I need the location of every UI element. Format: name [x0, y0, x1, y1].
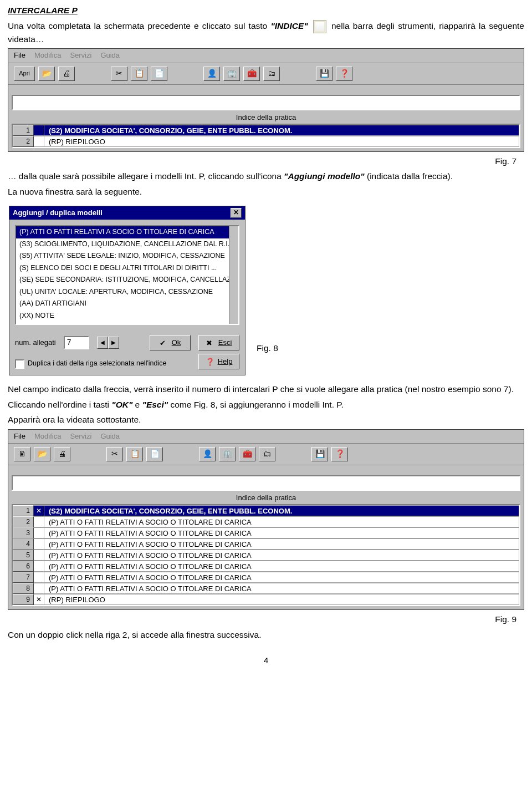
index-row[interactable]: 7(P) ATTI O FATTI RELATIVI A SOCIO O TIT… — [13, 572, 519, 583]
row-check — [34, 125, 44, 136]
list-item[interactable]: (SE) SEDE SECONDARIA: ISTITUZIONE, MODIF… — [16, 274, 238, 286]
index-row[interactable]: 9✕(RP) RIEPILOGO — [13, 594, 519, 605]
keyword-esci: "Esci" — [142, 400, 168, 409]
menu-file[interactable]: File — [14, 50, 25, 60]
toolbar-btn[interactable]: ❓ — [331, 447, 348, 461]
toolbar-btn[interactable]: 🗎 — [14, 447, 30, 461]
row-text: (S2) MODIFICA SOCIETA', CONSORZIO, GEIE,… — [44, 125, 519, 136]
help-button[interactable]: ❓Help — [198, 354, 239, 369]
figure-8-label: Fig. 8 — [257, 342, 278, 380]
row-check: ✕ — [34, 594, 44, 605]
text: Cliccando nell'ordine i tasti — [8, 400, 111, 409]
text: (indicata dalla freccia). — [365, 171, 453, 181]
apri-button[interactable]: Apri — [14, 67, 35, 81]
toolbar-btn[interactable]: 📂 — [34, 447, 50, 461]
toolbar-btn[interactable]: ✂ — [111, 67, 127, 81]
toolbar-btn[interactable]: 🗂 — [259, 447, 275, 461]
row-number: 2 — [13, 136, 34, 147]
row-check — [34, 561, 44, 572]
index-row[interactable]: 5(P) ATTI O FATTI RELATIVI A SOCIO O TIT… — [13, 550, 519, 561]
row-text: (S2) MODIFICA SOCIETA', CONSORZIO, GEIE,… — [44, 505, 519, 516]
row-text: (P) ATTI O FATTI RELATIVI A SOCIO O TITO… — [44, 516, 519, 527]
toolbar-btn[interactable]: 👤 — [203, 67, 220, 81]
paragraph: La nuova finestra sarà la seguente. — [8, 186, 524, 198]
text: come Fig. 8, si aggiungeranno i modelli … — [168, 400, 344, 409]
spin-up-icon[interactable]: ▶ — [108, 337, 119, 349]
breadcrumb-field — [12, 475, 520, 491]
keyword-ok: "OK" — [111, 400, 132, 409]
index-row[interactable]: 2 (RP) RIEPILOGO — [13, 136, 519, 147]
toolbar-btn[interactable]: 🏢 — [223, 67, 240, 81]
toolbar-btn[interactable]: 👤 — [199, 447, 216, 461]
num-allegati-spinner[interactable]: ◀ ▶ — [97, 337, 119, 349]
dialog-aggiungi-modelli: Aggiungi / duplica modelli ✕ (P) ATTI O … — [9, 206, 245, 375]
menu-guida[interactable]: Guida — [100, 431, 120, 441]
paragraph: Nel campo indicato dalla freccia, verrà … — [8, 383, 524, 395]
num-allegati-label: num. allegati — [15, 338, 56, 348]
toolbar-btn[interactable]: 📂 — [38, 67, 55, 81]
esci-button[interactable]: ✖Esci — [198, 335, 239, 350]
toolbar-btn[interactable]: 📄 — [146, 447, 163, 461]
index-list-2: 1✕(S2) MODIFICA SOCIETA', CONSORZIO, GEI… — [12, 504, 520, 606]
index-row[interactable]: 3(P) ATTI O FATTI RELATIVI A SOCIO O TIT… — [13, 527, 519, 538]
toolbar-btn[interactable]: 📋 — [126, 447, 143, 461]
menu-guida[interactable]: Guida — [100, 50, 120, 60]
toolbar-btn[interactable]: ✂ — [106, 447, 123, 461]
help-icon: ❓ — [206, 357, 214, 366]
list-item[interactable]: (S) ELENCO DEI SOCI E DEGLI ALTRI TITOLA… — [16, 262, 238, 275]
checkbox-icon[interactable] — [15, 359, 24, 369]
row-number: 4 — [13, 538, 34, 550]
figure-9-label: Fig. 9 — [8, 613, 516, 626]
list-item[interactable]: (UL) UNITA' LOCALE: APERTURA, MODIFICA, … — [16, 286, 238, 298]
index-row[interactable]: 6(P) ATTI O FATTI RELATIVI A SOCIO O TIT… — [13, 561, 519, 572]
row-check: ✕ — [34, 505, 44, 516]
index-row[interactable]: 2(P) ATTI O FATTI RELATIVI A SOCIO O TIT… — [13, 516, 519, 527]
index-row[interactable]: 1 (S2) MODIFICA SOCIETA', CONSORZIO, GEI… — [13, 125, 519, 136]
row-text: (P) ATTI O FATTI RELATIVI A SOCIO O TITO… — [44, 538, 519, 550]
toolbar-btn[interactable]: 🧰 — [239, 447, 255, 461]
menu-servizi[interactable]: Servizi — [70, 431, 91, 441]
close-icon[interactable]: ✕ — [231, 208, 242, 218]
toolbar-btn[interactable]: 📄 — [151, 67, 167, 81]
paragraph: Cliccando nell'ordine i tasti "OK" e "Es… — [8, 399, 524, 411]
row-check — [34, 583, 44, 594]
row-number: 5 — [13, 550, 34, 561]
row-number: 1 — [13, 505, 34, 516]
menu-modifica[interactable]: Modifica — [34, 50, 61, 60]
toolbar-btn[interactable]: 🖨 — [58, 67, 75, 81]
spin-down-icon[interactable]: ◀ — [97, 337, 108, 349]
toolbar-btn[interactable]: 📋 — [131, 67, 147, 81]
toolbar-btn[interactable]: ❓ — [336, 67, 352, 81]
toolbar-btn[interactable]: 💾 — [316, 67, 332, 81]
toolbar-btn[interactable]: 🧰 — [243, 67, 260, 81]
toolbar-btn[interactable]: 🏢 — [219, 447, 236, 461]
aggiungi-modello-icon[interactable]: 🗂 — [263, 67, 280, 81]
menubar: File Modifica Servizi Guida — [8, 430, 524, 444]
menu-servizi[interactable]: Servizi — [70, 50, 91, 60]
list-item[interactable]: (XX) NOTE — [16, 310, 238, 322]
index-row[interactable]: 1✕(S2) MODIFICA SOCIETA', CONSORZIO, GEI… — [13, 505, 519, 516]
list-item[interactable]: (P) ATTI O FATTI RELATIVI A SOCIO O TITO… — [16, 226, 238, 238]
index-title: Indice della pratica — [8, 111, 524, 124]
duplica-checkbox[interactable]: Duplica i dati della riga selezionata ne… — [15, 359, 166, 369]
row-check — [34, 516, 44, 527]
indice-icon — [313, 20, 326, 33]
list-item[interactable]: (AA) DATI ARTIGIANI — [16, 298, 238, 310]
scrollbar[interactable] — [229, 226, 238, 324]
row-number: 7 — [13, 572, 34, 583]
menu-file[interactable]: File — [14, 431, 25, 441]
toolbar-btn[interactable]: 🖨 — [54, 447, 70, 461]
toolbar-btn[interactable]: 💾 — [311, 447, 328, 461]
row-text: (RP) RIEPILOGO — [44, 594, 519, 605]
index-row[interactable]: 8(P) ATTI O FATTI RELATIVI A SOCIO O TIT… — [13, 583, 519, 594]
list-item[interactable]: (S5) ATTIVITA' SEDE LEGALE: INIZIO, MODI… — [16, 250, 238, 262]
esci-label: Esci — [218, 338, 232, 348]
index-row[interactable]: 4(P) ATTI O FATTI RELATIVI A SOCIO O TIT… — [13, 538, 519, 550]
ok-button[interactable]: ✔Ok — [150, 335, 191, 350]
row-text: (P) ATTI O FATTI RELATIVI A SOCIO O TITO… — [44, 572, 519, 583]
models-listbox[interactable]: (P) ATTI O FATTI RELATIVI A SOCIO O TITO… — [15, 225, 239, 325]
num-allegati-field[interactable]: 7 — [64, 336, 89, 349]
toolbar: Apri 📂 🖨 ✂ 📋 📄 👤 🏢 🧰 🗂 💾 ❓ — [8, 63, 524, 85]
menu-modifica[interactable]: Modifica — [34, 431, 61, 441]
list-item[interactable]: (S3) SCIOGLIMENTO, LIQUIDAZIONE, CANCELL… — [16, 238, 238, 251]
